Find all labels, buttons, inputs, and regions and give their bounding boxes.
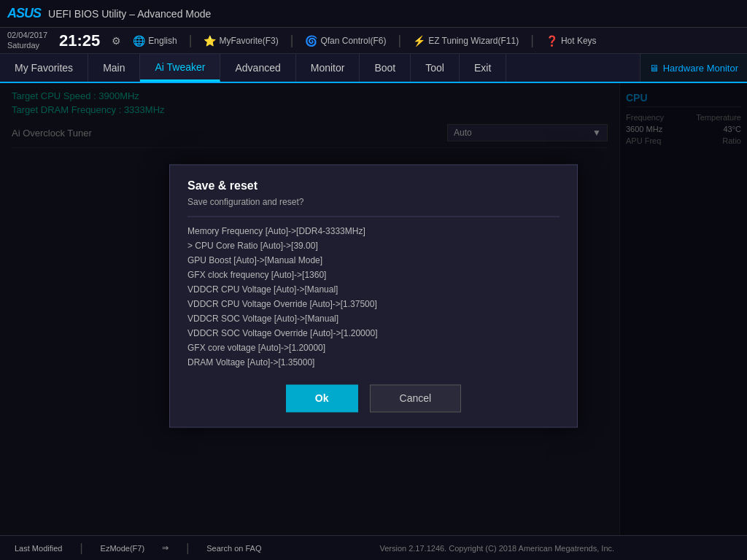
list-item: VDDCR SOC Voltage Override [Auto]->[1.20… (187, 326, 560, 341)
list-item: GPU Boost [Auto]->[Manual Mode] (187, 253, 560, 268)
tuning-icon: ⚡ (413, 35, 425, 47)
globe-icon: 🌐 (133, 35, 145, 47)
monitor-icon: 🖥 (649, 63, 659, 74)
list-item: GFX core voltage [Auto]->[1.20000] (187, 341, 560, 355)
hotkeys-icon: ❓ (546, 35, 558, 47)
exit-arrow-icon: ⇒ (162, 543, 169, 553)
sep3: | (398, 33, 401, 48)
sep4: | (530, 33, 534, 48)
toolbar: 02/04/2017 Saturday 21:25 ⚙ 🌐 English | … (0, 28, 747, 54)
favorite-label: MyFavorite(F3) (219, 36, 278, 46)
dialog-title: Save & reset (187, 179, 560, 192)
list-item: Memory Frequency [Auto]->[DDR4-3333MHz] (187, 224, 560, 238)
nav-bar: My Favorites Main Ai Tweaker Advanced Mo… (0, 54, 747, 83)
cancel-button[interactable]: Cancel (370, 384, 462, 412)
list-item: VDDCR SOC Voltage [Auto]->[Manual] (187, 311, 560, 326)
hardware-monitor-nav[interactable]: 🖥 Hardware Monitor (640, 54, 747, 82)
last-modified-link[interactable]: Last Modified (15, 544, 62, 553)
day: Saturday (7, 41, 47, 50)
list-item: > CPU Core Ratio [Auto]->[39.00] (187, 238, 560, 253)
sep2: | (290, 33, 294, 48)
hardware-monitor-label: Hardware Monitor (663, 63, 738, 74)
save-reset-dialog: Save & reset Save configuration and rese… (169, 164, 578, 427)
language-selector[interactable]: 🌐 English (133, 35, 177, 47)
hotkeys-label: Hot Keys (561, 36, 597, 46)
search-faq-link[interactable]: Search on FAQ (206, 544, 261, 553)
version-text: Version 2.17.1246. Copyright (C) 2018 Am… (262, 544, 733, 553)
changes-list: Memory Frequency [Auto]->[DDR4-3333MHz] … (187, 224, 560, 370)
footer-sep: | (80, 542, 82, 555)
datetime: 02/04/2017 Saturday (7, 31, 47, 50)
nav-tool[interactable]: Tool (411, 54, 460, 82)
asus-logo: ASUS (7, 6, 41, 21)
time-display: 21:25 (59, 31, 100, 50)
nav-boot[interactable]: Boot (360, 54, 411, 82)
favorite-icon: ⭐ (204, 35, 216, 47)
nav-main[interactable]: Main (88, 54, 140, 82)
footer: Last Modified | EzMode(F7) ⇒ | Search on… (0, 535, 747, 560)
list-item: DRAM Voltage [Auto]->[1.35000] (187, 355, 560, 370)
nav-ai-tweaker[interactable]: Ai Tweaker (140, 54, 220, 82)
dialog-divider (187, 216, 560, 217)
fan-icon: 🌀 (305, 35, 317, 47)
nav-monitor[interactable]: Monitor (296, 54, 360, 82)
ez-mode-link[interactable]: EzMode(F7) (101, 544, 145, 553)
ok-button[interactable]: Ok (286, 384, 358, 412)
list-item: VDDCR CPU Voltage Override [Auto]->[1.37… (187, 297, 560, 311)
ez-tuning-button[interactable]: ⚡ EZ Tuning Wizard(F11) (413, 35, 519, 47)
nav-advanced[interactable]: Advanced (220, 54, 295, 82)
ez-tuning-label: EZ Tuning Wizard(F11) (428, 36, 519, 46)
hotkeys-button[interactable]: ❓ Hot Keys (546, 35, 597, 47)
qfan-button[interactable]: 🌀 Qfan Control(F6) (305, 35, 386, 47)
list-item: GFX clock frequency [Auto]->[1360] (187, 268, 560, 282)
footer-sep2: | (186, 542, 189, 555)
bios-title: UEFI BIOS Utility – Advanced Mode (48, 8, 211, 20)
footer-links: Last Modified | EzMode(F7) ⇒ | Search on… (15, 542, 262, 555)
language-label: English (148, 36, 177, 46)
nav-exit[interactable]: Exit (460, 54, 506, 82)
list-item: VDDCR CPU Voltage [Auto]->[Manual] (187, 282, 560, 297)
dialog-buttons: Ok Cancel (187, 384, 560, 412)
header: ASUS UEFI BIOS Utility – Advanced Mode (0, 0, 747, 28)
settings-gear-icon[interactable]: ⚙ (112, 35, 121, 47)
qfan-label: Qfan Control(F6) (320, 36, 386, 46)
date: 02/04/2017 (7, 31, 47, 40)
nav-my-favorites[interactable]: My Favorites (0, 54, 88, 82)
my-favorite-button[interactable]: ⭐ MyFavorite(F3) (204, 35, 278, 47)
sep1: | (189, 33, 193, 48)
dialog-subtitle: Save configuration and reset? (187, 197, 560, 207)
